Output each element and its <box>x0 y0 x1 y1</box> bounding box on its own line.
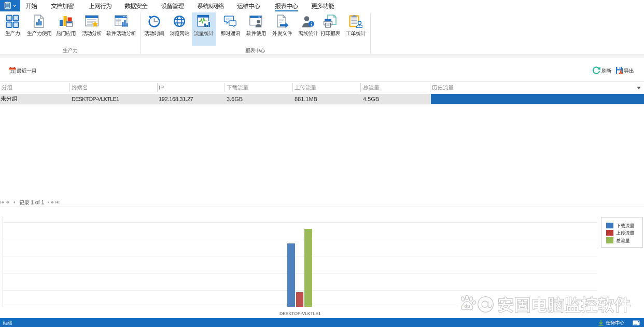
svg-text:23: 23 <box>10 70 15 73</box>
svg-text:du: du <box>464 303 470 309</box>
